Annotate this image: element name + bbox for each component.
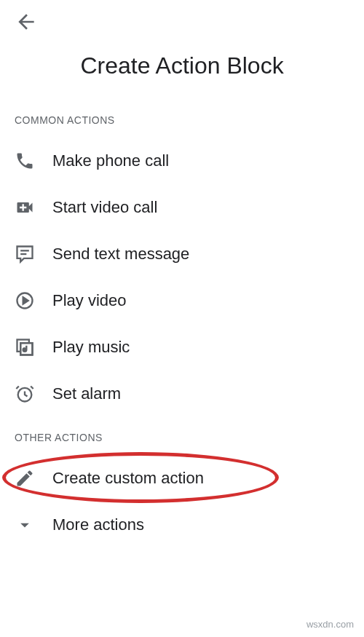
play-video-icon <box>15 290 35 311</box>
action-label: Make phone call <box>52 151 169 170</box>
action-set-alarm[interactable]: Set alarm <box>0 371 364 417</box>
page-title: Create Action Block <box>15 52 349 79</box>
action-start-video-call[interactable]: Start video call <box>0 184 364 231</box>
music-icon <box>15 337 35 357</box>
action-play-video[interactable]: Play video <box>0 277 364 324</box>
alarm-icon <box>15 384 35 404</box>
action-label: Set alarm <box>52 384 121 403</box>
section-other-actions-label: OTHER ACTIONS <box>0 426 364 449</box>
pencil-icon <box>15 468 35 488</box>
action-label: Start video call <box>52 198 157 217</box>
action-label: Play video <box>52 291 127 310</box>
back-arrow-icon <box>15 10 38 36</box>
message-icon <box>15 244 35 264</box>
action-label: More actions <box>52 515 144 534</box>
video-call-icon <box>15 197 35 218</box>
action-label: Create custom action <box>52 469 204 488</box>
action-more-actions[interactable]: More actions <box>0 502 364 548</box>
section-common-actions-label: COMMON ACTIONS <box>0 108 364 132</box>
back-button[interactable] <box>15 12 38 35</box>
action-play-music[interactable]: Play music <box>0 324 364 371</box>
action-label: Send text message <box>52 245 189 264</box>
header: Create Action Block <box>0 0 364 79</box>
action-send-text-message[interactable]: Send text message <box>0 231 364 277</box>
action-create-custom-action[interactable]: Create custom action <box>0 455 364 502</box>
phone-icon <box>15 151 35 171</box>
action-label: Play music <box>52 338 130 357</box>
chevron-down-icon <box>15 515 35 535</box>
action-make-phone-call[interactable]: Make phone call <box>0 138 364 184</box>
attribution-text: wsxdn.com <box>306 619 354 630</box>
